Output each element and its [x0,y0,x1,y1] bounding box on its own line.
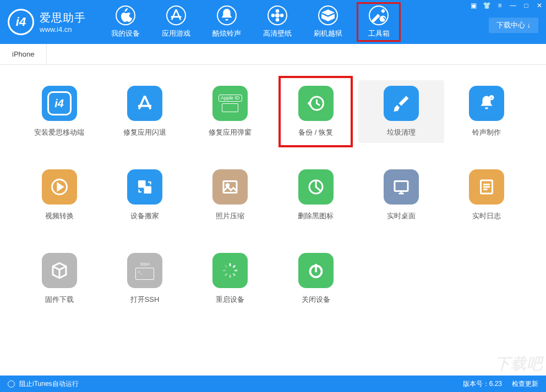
tool-video-convert[interactable]: 视频转换 [17,164,102,227]
tool-install-mobile[interactable]: i4安装爱思移动端 [17,80,102,143]
screen-icon [384,169,419,205]
pie-icon [298,169,334,205]
radio-icon[interactable] [8,380,15,388]
svg-point-5 [310,97,323,110]
svg-rect-21 [225,273,228,276]
tool-label: 安装爱思移动端 [34,128,84,137]
tool-label: 重启设备 [216,295,244,305]
app-url: www.i4.cn [40,25,86,34]
tool-label: 修复应用闪退 [123,128,166,137]
download-center-button[interactable]: 下载中心 ↓ [489,18,538,33]
tool-photo-compress[interactable]: 照片压缩 [188,164,273,227]
tool-fix-popup[interactable]: Apple ID修复应用弹窗 [188,80,273,143]
svg-rect-17 [233,264,236,268]
app-title: 爱思助手 [40,10,86,25]
watermark: 下载吧 [495,354,543,374]
close-button[interactable]: ✕ [533,0,546,11]
tool-backup-restore[interactable]: 备份 / 恢复 [273,80,358,143]
status-left-text[interactable]: 阻止iTunes自动运行 [19,379,79,389]
svg-point-4 [280,14,284,18]
flower-icon [267,5,287,25]
tool-label: 实时桌面 [387,211,416,221]
svg-rect-18 [234,270,238,272]
tool-trash[interactable]: 垃圾清理 [358,80,444,143]
svg-point-1 [276,9,280,13]
main-content: i4安装爱思移动端修复应用闪退Apple ID修复应用弹窗备份 / 恢复垃圾清理… [0,65,546,316]
tool-label: 删除黑图标 [298,211,334,221]
nav-ringtone[interactable]: 酷炫铃声 [201,0,252,44]
svg-rect-22 [223,270,226,272]
app-logo-icon: i4 [8,9,34,35]
svg-rect-23 [225,264,228,268]
tool-label: 设备搬家 [130,211,159,221]
tools-icon [369,5,389,25]
tool-shutdown[interactable]: 关闭设备 [273,247,358,310]
skin-icon[interactable]: 👕 [480,0,493,11]
appstore-icon [166,5,186,25]
apple-icon [116,5,135,25]
tool-fix-crash[interactable]: 修复应用闪退 [102,80,187,143]
minimize-button[interactable]: — [506,0,520,11]
device-tabs: iPhone [0,44,546,65]
svg-point-0 [275,13,280,18]
box-open-icon [318,5,338,25]
svg-rect-20 [230,275,231,278]
brush-icon [384,86,419,121]
tool-live-log[interactable]: 实时日志 [444,164,529,227]
version-info: 版本号：6.23 [463,379,502,389]
tool-ringtone-make[interactable]: +铃声制作 [444,80,529,143]
menu-icon[interactable]: ≡ [493,0,506,11]
nav-flash[interactable]: 刷机越狱 [303,0,353,44]
tool-label: 垃圾清理 [387,128,416,137]
svg-point-3 [271,14,275,18]
doc-icon [469,169,504,205]
cube-icon [42,253,77,288]
tool-device-move[interactable]: 设备搬家 [102,164,187,227]
tool-label: 修复应用弹窗 [209,128,252,137]
tool-label: 铃声制作 [472,128,501,137]
svg-rect-19 [233,273,236,276]
app-logo-text: 爱思助手 www.i4.cn [40,10,86,34]
nav-apps[interactable]: 应用游戏 [151,0,201,44]
play-icon [42,169,77,205]
image-icon [212,169,248,205]
svg-point-2 [276,18,280,22]
svg-text:+: + [490,96,493,101]
svg-rect-14 [395,181,408,191]
nav-toolbox[interactable]: 工具箱 [353,0,404,44]
tools-grid: i4安装爱思移动端修复应用闪退Apple ID修复应用弹窗备份 / 恢复垃圾清理… [17,80,529,310]
tool-ssh[interactable]: SSH>_打开SSH [102,247,187,310]
bell-icon: + [469,86,504,121]
appleid-icon: Apple ID [212,86,248,121]
swap-icon [127,169,162,205]
logo-area: i4 爱思助手 www.i4.cn [0,9,94,35]
nav-wallpaper[interactable]: 高清壁纸 [252,0,303,44]
tool-label: 固件下载 [45,295,74,305]
tab-iphone[interactable]: iPhone [0,44,47,64]
power-icon [298,253,334,288]
tool-reboot[interactable]: 重启设备 [188,247,273,310]
tool-firmware[interactable]: 固件下载 [17,247,102,310]
window-controls: ▣ 👕 ≡ — □ ✕ [467,0,546,11]
tool-label: 关闭设备 [302,295,330,305]
feedback-icon[interactable]: ▣ [467,0,480,11]
bell-icon [217,5,237,25]
check-update-link[interactable]: 检查更新 [512,379,538,389]
tool-label: 视频转换 [45,211,74,221]
i4-icon: i4 [42,86,77,121]
tool-delete-black[interactable]: 删除黑图标 [273,164,358,227]
appstore-icon [127,86,162,121]
tool-label: 打开SSH [130,295,160,305]
svg-rect-11 [223,181,237,193]
tool-live-desktop[interactable]: 实时桌面 [358,164,444,227]
tool-label: 实时日志 [472,211,501,221]
svg-rect-10 [144,186,151,194]
main-nav: 我的设备 应用游戏 酷炫铃声 高清壁纸 刷机越狱 工具箱 [100,0,404,44]
top-bar: i4 爱思助手 www.i4.cn 我的设备 应用游戏 酷炫铃声 高清壁纸 刷机… [0,0,546,44]
clockback-icon [298,86,334,121]
maximize-button[interactable]: □ [520,0,533,11]
spinner-icon [212,253,248,288]
nav-device[interactable]: 我的设备 [100,0,151,44]
status-bar: 阻止iTunes自动运行 版本号：6.23 检查更新 [0,376,546,392]
ssh-icon: SSH>_ [127,253,162,288]
